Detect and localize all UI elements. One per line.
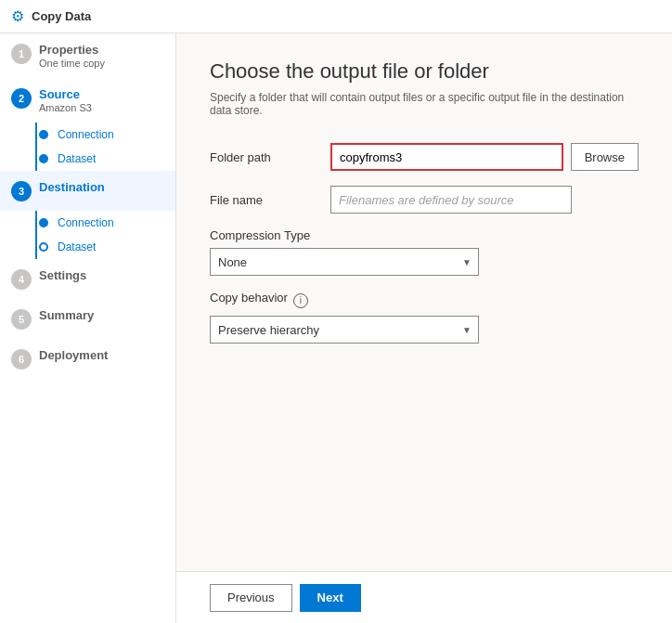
compression-select-wrapper: None GZip Deflate BZip2 ZipDeflate ▼ [210,248,479,276]
sidebar-label-properties: Properties [39,43,105,57]
main-content: Choose the output file or folder Specify… [176,0,672,623]
copy-behavior-select[interactable]: Preserve hierarchy Flatten hierarchy Mer… [210,316,479,344]
app-title: Copy Data [32,9,91,23]
top-bar: ⚙ Copy Data [0,0,672,33]
sidebar-item-properties[interactable]: 1 Properties One time copy [0,33,175,78]
step-number-6: 6 [11,349,32,370]
copy-behavior-select-wrapper: Preserve hierarchy Flatten hierarchy Mer… [210,316,479,344]
copy-behavior-info-icon[interactable]: i [293,293,308,308]
destination-connection-label: Connection [58,216,114,229]
sidebar-item-deployment[interactable]: 6 Deployment [0,339,175,379]
sidebar-sublabel-source: Amazon S3 [39,102,92,113]
source-dataset-label: Dataset [58,152,96,165]
source-dataset-dot [39,154,48,163]
sidebar-label-settings: Settings [39,268,86,282]
sidebar-label-deployment: Deployment [39,348,108,362]
destination-sub-items: Connection Dataset [0,211,175,259]
copy-behavior-label-row: Copy behavior i [210,291,639,310]
source-connection-label: Connection [58,128,114,141]
sidebar-item-destination[interactable]: 3 Destination [0,171,175,211]
browse-button[interactable]: Browse [571,143,639,171]
sidebar-sublabel-properties: One time copy [39,58,105,69]
sidebar-item-source[interactable]: 2 Source Amazon S3 [0,78,175,123]
source-connection-dot [39,130,48,139]
bottom-bar: Previous Next [176,571,672,623]
step-number-2: 2 [11,88,32,109]
source-connection-item[interactable]: Connection [20,123,175,147]
destination-dataset-label: Dataset [58,240,96,253]
page-title: Choose the output file or folder [210,59,639,84]
file-name-input[interactable] [330,186,572,214]
sidebar: 1 Properties One time copy 2 Source Amaz… [0,0,176,623]
sidebar-label-destination: Destination [39,180,105,194]
step-number-3: 3 [11,181,32,201]
destination-connection-dot [39,218,48,227]
folder-path-row: Folder path Browse [210,143,639,171]
compression-select[interactable]: None GZip Deflate BZip2 ZipDeflate [210,248,479,276]
previous-button[interactable]: Previous [210,584,292,612]
source-sub-items: Connection Dataset [0,123,175,171]
folder-path-input[interactable] [330,143,563,171]
file-name-label: File name [210,193,330,207]
destination-dataset-item[interactable]: Dataset [20,235,175,259]
next-button[interactable]: Next [300,584,361,612]
sidebar-label-source: Source [39,87,92,101]
source-dataset-item[interactable]: Dataset [20,147,175,171]
destination-dataset-dot [39,242,48,252]
sidebar-label-summary: Summary [39,308,94,322]
compression-label: Compression Type [210,228,639,242]
page-subtitle: Specify a folder that will contain outpu… [210,91,639,117]
copy-behavior-section: Copy behavior i Preserve hierarchy Flatt… [210,291,639,344]
step-number-5: 5 [11,309,32,330]
destination-connection-item[interactable]: Connection [20,211,175,235]
copy-data-icon: ⚙ [11,7,24,25]
copy-behavior-label: Copy behavior [210,291,288,305]
content-area: Choose the output file or folder Specify… [176,33,672,384]
step-number-4: 4 [11,269,32,290]
step-number-1: 1 [11,44,32,64]
sidebar-item-summary[interactable]: 5 Summary [0,299,175,339]
file-name-row: File name [210,186,639,214]
sidebar-item-settings[interactable]: 4 Settings [0,259,175,299]
folder-path-label: Folder path [210,150,330,164]
compression-section: Compression Type None GZip Deflate BZip2… [210,228,639,276]
